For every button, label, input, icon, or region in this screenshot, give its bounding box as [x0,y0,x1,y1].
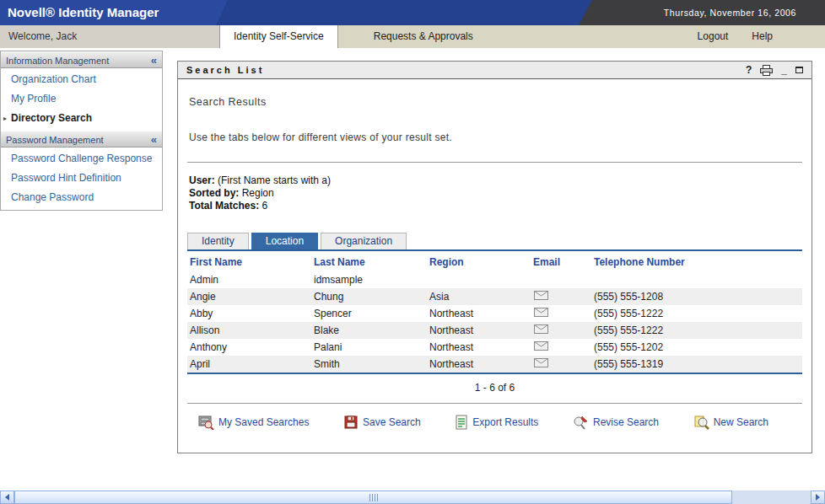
envelope-icon[interactable] [534,291,548,303]
sidebar-item[interactable]: ▸ Password Hint Definition [1,169,162,188]
current-date: Thursday, November 16, 2006 [664,0,796,25]
table-row: Abby Spencer Northeast [187,305,802,322]
cell-region: Northeast [427,356,531,373]
panel-content: Search Results Use the tabs below for di… [178,96,812,430]
export-results-button[interactable]: Export Results [455,415,538,430]
action-label: New Search [714,416,768,428]
col-telephone[interactable]: Telephone Number [591,253,802,271]
my-saved-searches-button[interactable]: My Saved Searches [197,415,309,430]
sidebar-section-information-management[interactable]: Information Management « [1,51,162,68]
sidebar-item[interactable]: ▸ My Profile [1,89,162,109]
table-row: Admin idmsample [187,271,802,288]
summary-total-matches: Total Matches: 6 [189,200,802,212]
cell-telephone: (555) 555-1222 [591,305,802,322]
sidebar: Information Management « ▸ Organization … [0,51,163,211]
sidebar-item[interactable]: ▸ Directory Search [1,109,162,128]
section-title: Password Management [6,135,104,145]
app-title: Novell® Identity Manager [8,0,159,25]
collapse-chevron-icon[interactable]: « [151,52,157,68]
action-label: My Saved Searches [218,416,309,428]
tab-location[interactable]: Location [251,233,318,249]
cell-region: Asia [427,288,531,305]
logout-link[interactable]: Logout [698,25,729,48]
tab-underline-rule [187,249,802,251]
col-email[interactable]: Email [531,253,591,271]
envelope-icon[interactable] [534,324,548,336]
envelope-icon[interactable] [534,358,548,370]
tab-identity-self-service[interactable]: Identity Self-Service [219,25,338,48]
minimize-icon[interactable]: _ [781,62,787,78]
action-label: Save Search [363,416,421,428]
toolbar: Welcome, Jack Identity Self-Service Requ… [0,25,825,50]
results-subheading: Use the tabs below for different views o… [189,131,802,143]
new-search-button[interactable]: New Search [693,415,768,430]
collapse-chevron-icon[interactable]: « [151,131,157,147]
sidebar-item[interactable]: ▸ Organization Chart [1,70,162,89]
action-label: Revise Search [593,416,659,428]
scroll-right-button[interactable] [811,491,825,504]
cell-first-name: Angie [187,288,311,305]
section-title: Information Management [6,56,109,66]
action-label: Export Results [472,416,538,428]
cell-first-name: Admin [187,271,311,288]
cell-region: Northeast [427,322,531,339]
horizontal-scrollbar[interactable] [0,490,825,504]
help-icon[interactable]: ? [746,62,752,78]
scrollbar-thumb[interactable] [14,491,732,504]
tab-requests-approvals[interactable]: Requests & Approvals [359,25,488,48]
col-last-name[interactable]: Last Name [311,253,427,271]
sidebar-item-label: Password Challenge Response [11,153,152,164]
cell-telephone: (555) 555-1208 [591,288,802,305]
envelope-icon[interactable] [534,341,548,353]
cell-last-name: Blake [311,322,427,339]
summary-label: Total Matches: [189,200,259,212]
sidebar-item-label: My Profile [11,93,56,105]
panel-title: Search List [178,62,812,78]
results-table: First Name Last Name Region Email Teleph… [187,253,802,373]
divider [187,403,802,404]
envelope-icon[interactable] [534,308,548,319]
sidebar-item[interactable]: ▸ Password Challenge Response [1,149,162,169]
scroll-right-icon [816,494,820,501]
cell-region [427,271,531,288]
print-icon[interactable] [760,65,773,76]
page: Novell® Identity Manager Thursday, Novem… [0,0,825,504]
cell-first-name: Allison [187,322,311,339]
table-bottom-rule [187,373,802,374]
cell-email [531,288,591,305]
col-first-name[interactable]: First Name [187,253,311,271]
summary-label: Sorted by: [189,187,239,199]
summary-value: 6 [259,200,267,212]
table-row: April Smith Northeast [187,356,802,373]
table-row: Angie Chung Asia [187,288,802,305]
col-region[interactable]: Region [427,253,531,271]
export-results-icon [455,415,468,430]
summary-value: (First Name starts with a) [215,174,331,186]
scroll-left-button[interactable] [0,491,14,504]
selected-item-marker-icon: ▸ [3,109,7,128]
top-header-bar: Novell® Identity Manager Thursday, Novem… [0,0,825,25]
scroll-left-icon [5,494,9,501]
save-search-button[interactable]: Save Search [343,415,421,430]
cell-email [531,339,591,356]
cell-first-name: April [187,356,311,373]
new-search-icon [693,415,709,430]
tab-identity[interactable]: Identity [187,233,249,249]
cell-last-name: Smith [311,356,427,373]
sidebar-section-password-management[interactable]: Password Management « [1,131,162,147]
cell-first-name: Abby [187,305,311,322]
summary-sorted-by: Sorted by: Region [189,187,802,200]
sidebar-item[interactable]: ▸ Change Password [1,188,162,207]
tab-organization[interactable]: Organization [321,233,407,249]
cell-email [531,322,591,339]
cell-email [531,305,591,322]
result-view-tabs: Identity Location Organization [187,233,802,249]
maximize-icon[interactable] [795,67,803,73]
cell-first-name: Anthony [187,339,311,356]
table-row: Allison Blake Northeast [187,322,802,339]
help-link[interactable]: Help [752,25,773,48]
sidebar-items-group: ▸ Password Challenge Response ▸ Password… [1,147,162,210]
search-list-panel: Search List ? _ Search Results Use the t… [177,61,812,453]
revise-search-button[interactable]: Revise Search [573,415,659,430]
summary-label: User: [189,174,215,186]
